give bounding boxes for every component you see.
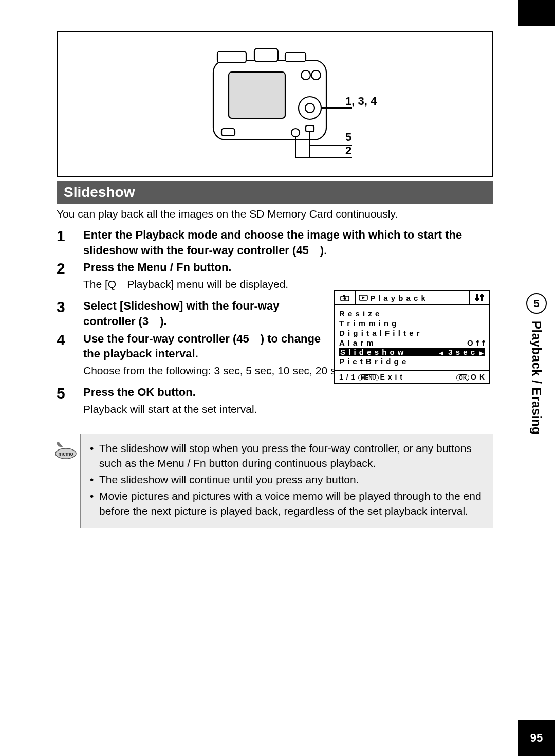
menu-footer: 1 / 1 MENUE x i t OKO K [335,370,489,383]
svg-point-21 [344,297,346,300]
step-title: Select [Slideshow] with the four-way con… [83,298,330,329]
svg-rect-9 [306,125,314,132]
camera-tab-icon [335,291,356,304]
step-number: 5 [57,385,83,402]
menu-item: P i c t B r i d g e [339,356,485,366]
svg-rect-10 [221,129,235,136]
step-title: Use the four-way controller (45 ) to cha… [83,331,330,362]
svg-rect-4 [229,72,285,118]
menu-ok-label: O K [471,373,485,381]
step-subtext: Playback will start at the set interval. [83,402,493,416]
intro-text: You can play back all the images on the … [57,208,493,220]
menu-item-selected: S l i d e s h o w 3 s e c [339,348,485,356]
step-title: Press the Menu / Fn button. [83,260,330,275]
camera-diagram: 1, 3, 4 5 2 [57,31,493,177]
ok-button-pill: OK [456,374,469,381]
step-number: 2 [57,260,83,277]
svg-rect-1 [217,51,246,63]
svg-rect-2 [254,48,278,62]
memo-item: The slideshow will stop when you press t… [90,441,484,471]
memo-list: The slideshow will stop when you press t… [90,441,484,518]
memo-item: Movie pictures and pictures with a voice… [90,489,484,518]
lcd-menu-screenshot: P l a y b a c k R e s i z e T r i m m i … [334,290,490,384]
memo-box: memo The slideshow will stop when you pr… [80,434,493,528]
memo-item: The slideshow will continue until you pr… [90,473,484,487]
svg-rect-3 [285,52,306,62]
svg-rect-20 [343,295,345,297]
setup-tab-icon [469,291,489,304]
step-number: 1 [57,227,83,244]
svg-rect-26 [475,298,479,300]
step-title: Press the OK button. [83,385,493,400]
camera-illustration [177,42,373,166]
svg-rect-27 [480,295,484,297]
menu-item: R e s i z e [339,309,485,318]
step-number: 4 [57,331,83,348]
menu-tabs: P l a y b a c k [335,291,489,305]
step-number: 3 [57,298,83,315]
step-5: 5 Press the OK button. Playback will sta… [57,385,493,421]
memo-icon: memo [54,439,78,460]
menu-item: A l a r mO f f [339,338,485,348]
menu-button-pill: MENU [358,374,378,381]
content-area: 1, 3, 4 5 2 Slideshow You can play back … [57,31,493,528]
svg-point-6 [311,70,321,80]
section-title-bar: Slideshow [57,181,493,204]
step-1: 1 Enter the Playback mode and choose the… [57,227,493,258]
playback-tab: P l a y b a c k [356,291,469,304]
callout-2: 2 [345,144,351,157]
menu-exit-label: E x i t [380,373,403,381]
svg-marker-23 [362,296,365,299]
svg-point-8 [305,103,314,113]
menu-item: T r i m m i n g [339,318,485,328]
playback-tab-label: P l a y b a c k [370,294,426,302]
callout-5: 5 [345,131,351,144]
callout-134: 1, 3, 4 [345,95,377,108]
svg-text:memo: memo [58,451,73,457]
svg-point-11 [291,129,300,137]
step-title: Enter the Playback mode and choose the i… [83,227,493,258]
svg-point-5 [301,70,310,80]
step-subtext: The [Q Playback] menu will be displayed. [83,277,330,291]
menu-page-indicator: 1 / 1 [339,373,356,381]
menu-items: R e s i z e T r i m m i n g D i g i t a … [335,305,489,370]
menu-item: D i g i t a l F i l t e r [339,328,485,338]
